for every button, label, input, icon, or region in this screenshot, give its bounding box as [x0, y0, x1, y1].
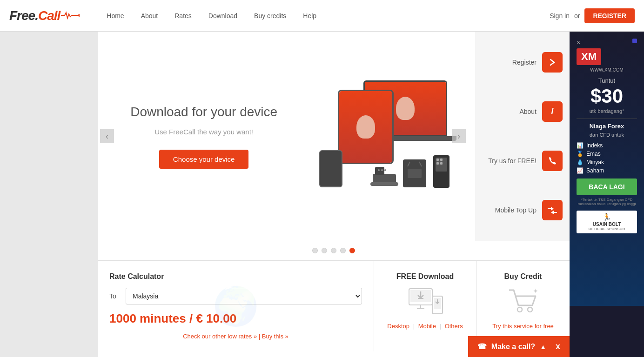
pipe2: |: [440, 323, 441, 330]
pipe1: |: [413, 323, 415, 330]
make-call-phone-icon: ☎: [477, 342, 487, 351]
deskphone-icon: [370, 165, 398, 188]
nav-buy-credits[interactable]: Buy credits: [246, 0, 295, 32]
sidebar-left: [0, 32, 98, 357]
ad-item-indeks: 📊 Indeks: [577, 142, 637, 149]
nav-help[interactable]: Help: [295, 0, 325, 32]
swap-icon: [547, 206, 557, 214]
hero-text: Download for your device Use FreeCall th…: [98, 32, 310, 241]
bolt-text: USAIN BOLT: [579, 222, 635, 227]
free-download-title: FREE Download: [381, 272, 469, 281]
cart-icon: ✦: [507, 288, 539, 316]
baca-lagi-button[interactable]: BACA LAGI: [577, 178, 637, 195]
svg-point-26: [517, 307, 522, 312]
arrow-right-icon: [548, 58, 557, 67]
main-container: ‹ Download for your device Use FreeCall …: [0, 32, 644, 357]
phone-screen: [319, 150, 342, 187]
or-text: or: [574, 12, 580, 20]
svg-point-5: [381, 169, 383, 171]
logo-call: Call: [38, 8, 60, 23]
phone-icon: [548, 156, 557, 165]
topup-sidebar-button[interactable]: [542, 200, 563, 220]
tablet-device: [338, 90, 394, 164]
svg-point-27: [528, 307, 532, 312]
xm-url: WWW.XM.COM: [577, 67, 637, 73]
ad-items: 📊 Indeks 🏅 Emas 💧 Minyak 📈 Saham: [577, 142, 637, 174]
ad-item-emas: 🏅 Emas: [577, 151, 637, 157]
choose-device-button[interactable]: Choose your device: [159, 150, 249, 169]
router-device: [403, 159, 426, 187]
nav-about[interactable]: About: [133, 0, 167, 32]
ad-sidebar: × XM WWW.XM.COM Tuntut $30 utk berdagang…: [570, 32, 644, 357]
center-content: ‹ Download for your device Use FreeCall …: [98, 32, 570, 357]
carousel-next-button[interactable]: ›: [452, 129, 466, 143]
svg-line-10: [419, 162, 422, 166]
about-sidebar-button[interactable]: i: [542, 101, 563, 122]
gold-icon: 🏅: [577, 151, 584, 157]
hero-devices: [310, 32, 475, 241]
try-free-sidebar-label: Try us for FREE!: [488, 157, 537, 165]
ad-item-saham: 📈 Saham: [577, 167, 637, 174]
svg-rect-8: [408, 169, 422, 178]
hero-title: Download for your device: [130, 104, 277, 120]
world-map-bg: 🌍: [98, 261, 374, 351]
download-icon: [407, 288, 444, 316]
ad-niaga: Niaga Forex: [577, 123, 637, 130]
nav-download[interactable]: Download: [200, 0, 246, 32]
download-svg-icon: [407, 288, 444, 316]
logo-wave-icon: [61, 11, 80, 20]
sign-in-link[interactable]: Sign in: [550, 12, 570, 20]
sidebar-register-item: Register: [482, 52, 563, 73]
carousel-dots: [98, 241, 570, 260]
make-call-bar[interactable]: ☎ Make a call? ▲ x: [468, 336, 570, 357]
mobile-link[interactable]: Mobile: [418, 323, 436, 330]
person-face-tablet: [356, 115, 375, 139]
carousel-dot-5[interactable]: [349, 248, 355, 253]
topup-sidebar-label: Mobile Top Up: [495, 206, 537, 214]
carousel-prev-button[interactable]: ‹: [100, 129, 114, 143]
carousel-dot-3[interactable]: [331, 248, 336, 253]
info-icon: i: [551, 106, 553, 116]
ad-flag-icon: [632, 39, 637, 43]
register-sidebar-label: Register: [512, 59, 537, 66]
ad-trade-text: utk berdagang*: [577, 108, 637, 114]
make-call-arrow-icon: ▲: [540, 343, 546, 350]
ad-claim: Tuntut: [577, 77, 637, 84]
person-image-tablet: [339, 91, 392, 163]
nav-rates[interactable]: Rates: [166, 0, 200, 32]
register-sidebar-button[interactable]: [542, 52, 563, 73]
carousel-dot-4[interactable]: [340, 248, 346, 253]
carousel-dot-1[interactable]: [312, 248, 318, 253]
others-link[interactable]: Others: [445, 323, 463, 330]
logo[interactable]: Free . Call: [9, 8, 80, 23]
nav-home[interactable]: Home: [98, 0, 132, 32]
desktop-link[interactable]: Desktop: [387, 323, 409, 330]
deskphone-device: [370, 165, 398, 192]
download-links: Desktop | Mobile | Others: [381, 323, 469, 330]
sidebar-about-item: About i: [482, 101, 563, 122]
try-service-link[interactable]: Try this service for free: [492, 323, 554, 330]
header-right: Sign in or Register: [550, 8, 635, 23]
usain-bolt-badge: 🏃 USAIN BOLT OFFICIAL SPONSOR: [577, 211, 637, 233]
svg-rect-3: [370, 182, 398, 186]
ad-disclaimer: *Tertakluk T&S Dagangan CFD melibatkan r…: [577, 198, 637, 206]
ad-amount: $30: [590, 85, 623, 107]
carousel-dot-2[interactable]: [322, 248, 327, 253]
ad-close-icon[interactable]: ×: [577, 39, 580, 46]
oil-icon: 💧: [577, 159, 584, 165]
phone-device: [319, 150, 342, 187]
make-call-close-button[interactable]: x: [556, 342, 560, 351]
svg-line-9: [408, 162, 410, 166]
main-nav: Home About Rates Download Buy credits He…: [98, 0, 550, 32]
hero-subtitle: Use FreeCall the way you want!: [154, 128, 253, 136]
svg-rect-16: [440, 162, 443, 165]
svg-point-0: [78, 14, 80, 17]
try-free-sidebar-button[interactable]: [542, 151, 563, 171]
register-button[interactable]: Register: [584, 8, 635, 23]
logo-separator: .: [35, 8, 38, 23]
chart-bar-icon: 📊: [577, 142, 584, 149]
svg-point-6: [384, 169, 386, 171]
stocks-icon: 📈: [577, 167, 584, 174]
cart-svg-icon: ✦: [507, 288, 539, 316]
logo-free: Free: [9, 8, 35, 23]
